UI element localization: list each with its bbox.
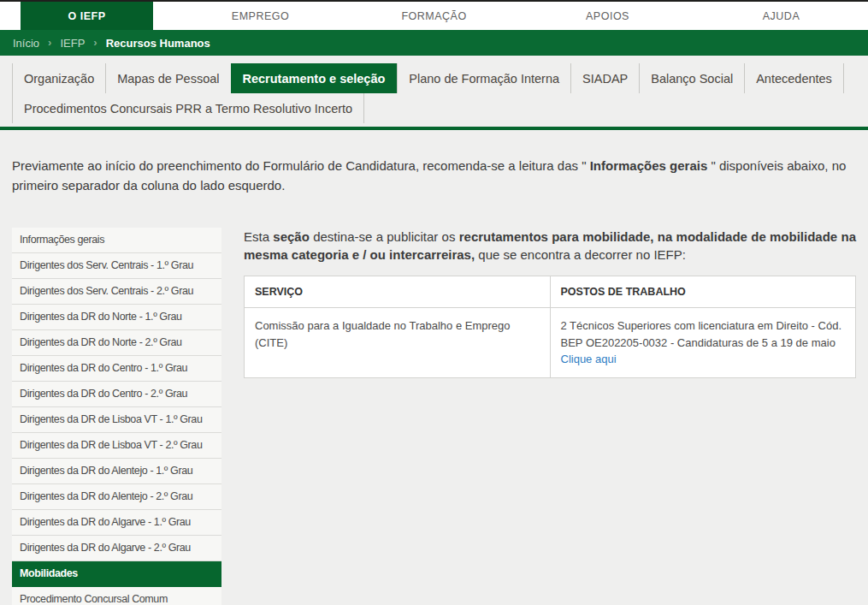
tab-siadap[interactable]: SIADAP [571,63,640,93]
breadcrumb: Início › IEFP › Recursos Humanos [0,30,868,56]
sidebar-item-dirigentes-dr-alentejo-1[interactable]: Dirigentes da DR do Alentejo - 1.º Grau [12,459,221,484]
nav-item-label: FORMAÇÃO [393,2,475,30]
nav-item-label: APOIOS [577,2,638,30]
sidebar-item-dirigentes-dr-algarve-1[interactable]: Dirigentes da DR do Algarve - 1.º Grau [12,510,221,536]
content-area: Informações gerais Dirigentes dos Serv. … [0,228,868,605]
sidebar-item-dirigentes-serv-centrais-2[interactable]: Dirigentes dos Serv. Centrais - 2.º Grau [12,279,221,305]
breadcrumb-current: Recursos Humanos [106,37,210,50]
cell-postos-de-trabalho: 2 Técnicos Superiores com licenciatura e… [550,308,856,378]
sidebar-item-dirigentes-dr-lisboa-2[interactable]: Dirigentes da DR de Lisboa VT - 2.º Grau [12,433,221,459]
sidebar-item-dirigentes-dr-algarve-2[interactable]: Dirigentes da DR do Algarve - 2.º Grau [12,536,221,561]
tab-organizacao[interactable]: Organização [12,63,106,93]
tab-mapas-de-pessoal[interactable]: Mapas de Pessoal [106,63,231,93]
sidebar-item-dirigentes-serv-centrais-1[interactable]: Dirigentes dos Serv. Centrais - 1.º Grau [12,253,221,279]
breadcrumb-inicio[interactable]: Início [13,37,39,50]
nav-item-apoios[interactable]: APOIOS [521,2,694,30]
sidebar-item-dirigentes-dr-norte-2[interactable]: Dirigentes da DR do Norte - 2.º Grau [12,330,221,356]
tab-balanco-social[interactable]: Balanço Social [640,63,745,93]
table-row: Comissão para a Igualdade no Trabalho e … [245,308,856,378]
intro-text: Previamente ao início do preenchimento d… [12,158,590,173]
breadcrumb-iefp[interactable]: IEFP [60,37,85,50]
sidebar-item-informacoes-gerais[interactable]: Informações gerais [12,228,221,253]
sidebar-item-dirigentes-dr-centro-1[interactable]: Dirigentes da DR do Centro - 1.º Grau [12,356,221,382]
intro-paragraph: Previamente ao início do preenchimento d… [0,130,868,196]
nav-item-o-iefp[interactable]: O IEFP [0,2,174,30]
tab-recrutamento-e-selecao[interactable]: Recrutamento e seleção [231,63,398,93]
column-header-postos-de-trabalho: POSTOS DE TRABALHO [550,276,856,308]
column-header-servico: SERVIÇO [245,276,551,308]
sidebar-item-dirigentes-dr-centro-2[interactable]: Dirigentes da DR do Centro - 2.º Grau [12,382,221,407]
sidebar-item-mobilidades[interactable]: Mobilidades [12,561,221,587]
main-panel: Esta seção destina-se a publicitar os re… [244,228,856,378]
chevron-right-icon: › [48,36,51,49]
table-header-row: SERVIÇO POSTOS DE TRABALHO [245,276,856,308]
tab-row-2: Procedimentos Concursais PRR a Termo Res… [12,93,856,123]
recruitment-table: SERVIÇO POSTOS DE TRABALHO Comissão para… [244,276,856,378]
intro-bold-text: Informações gerais [590,158,708,173]
lead-bold-text: seção [273,229,310,244]
nav-item-formacao[interactable]: FORMAÇÃO [347,2,521,30]
postos-text: 2 Técnicos Superiores com licenciatura e… [561,319,842,349]
nav-item-emprego[interactable]: EMPREGO [174,2,347,30]
tab-plano-de-formacao-interna[interactable]: Plano de Formação Interna [397,63,571,93]
sidebar-item-procedimento-concursal-comum[interactable]: Procedimento Concursal Comum [12,587,221,605]
lead-text: destina-se a publicitar os [310,229,459,244]
clique-aqui-link[interactable]: Clique aqui [561,353,617,365]
chevron-right-icon: › [93,36,97,49]
lead-text: Esta [244,229,273,244]
tab-antecedentes[interactable]: Antecedentes [745,63,844,93]
lead-text: que se encontra a decorrer no IEFP: [475,247,686,262]
tab-row-1: Organização Mapas de Pessoal Recrutament… [12,63,856,93]
sidebar-item-dirigentes-dr-alentejo-2[interactable]: Dirigentes da DR do Alentejo - 2.º Grau [12,484,221,510]
nav-item-label: O IEFP [21,2,154,30]
cell-servico: Comissão para a Igualdade no Trabalho e … [245,308,551,378]
section-description: Esta seção destina-se a publicitar os re… [244,228,856,265]
top-navigation: O IEFP EMPREGO FORMAÇÃO APOIOS AJUDA [0,2,868,30]
section-tabs: Organização Mapas de Pessoal Recrutament… [0,56,868,123]
sidebar-menu: Informações gerais Dirigentes dos Serv. … [12,228,221,605]
sidebar-item-dirigentes-dr-lisboa-1[interactable]: Dirigentes da DR de Lisboa VT - 1.º Grau [12,407,221,433]
nav-item-label: EMPREGO [223,2,298,30]
sidebar-item-dirigentes-dr-norte-1[interactable]: Dirigentes da DR do Norte - 1.º Grau [12,305,221,330]
nav-item-ajuda[interactable]: AJUDA [694,2,868,30]
tab-procedimentos-concursais-prr[interactable]: Procedimentos Concursais PRR a Termo Res… [12,93,364,123]
nav-item-label: AJUDA [754,2,808,30]
